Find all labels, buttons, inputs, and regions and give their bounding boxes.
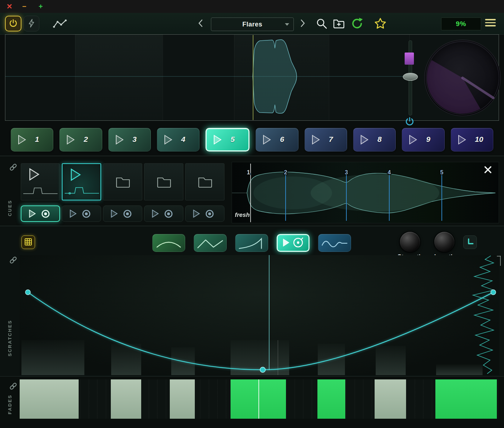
- cue-slot-1[interactable]: [21, 163, 60, 200]
- jog-wheel[interactable]: [424, 40, 501, 116]
- preset-dropdown[interactable]: Flares: [211, 18, 294, 31]
- favorite-button[interactable]: [374, 18, 387, 30]
- scroll-indicator[interactable]: [500, 256, 501, 266]
- automation-icon: [53, 18, 67, 30]
- cue-waveform-display[interactable]: 1 2 3 4 5 fresh: [232, 162, 499, 223]
- play-icon: [110, 209, 118, 218]
- cue-play-button-4[interactable]: [144, 205, 183, 222]
- automation-button[interactable]: [52, 18, 68, 30]
- scratch-shape-ramp[interactable]: [235, 234, 268, 252]
- pitch-slider-handle[interactable]: [403, 73, 418, 81]
- trigger-mode-button[interactable]: [24, 16, 39, 31]
- preset-next-button[interactable]: [298, 19, 307, 29]
- scratch-curve[interactable]: [28, 292, 493, 370]
- cue-slot-3-empty[interactable]: [103, 163, 142, 200]
- cpu-value: 9%: [456, 20, 466, 28]
- toolbar: Flares 9%: [0, 13, 504, 35]
- pad-2[interactable]: 2: [59, 128, 102, 151]
- preset-prev-button[interactable]: [196, 19, 205, 29]
- pad-number: 9: [426, 135, 430, 144]
- link-icon[interactable]: [9, 382, 18, 391]
- pad-number: 2: [84, 135, 88, 144]
- cue-slot-2-selected[interactable]: [62, 163, 101, 200]
- scratch-shape-active[interactable]: [277, 234, 310, 252]
- strength-knob[interactable]: [400, 232, 420, 252]
- pad-4[interactable]: 4: [157, 128, 199, 151]
- cue-play-button-2[interactable]: [62, 205, 101, 222]
- pad-number: 1: [35, 135, 39, 144]
- chevron-left-icon: [198, 19, 203, 29]
- cue-slot-4-empty[interactable]: [144, 163, 183, 200]
- motor-power-button[interactable]: [405, 116, 415, 126]
- play-icon: [29, 209, 36, 218]
- cue-play-button-1[interactable]: [21, 205, 60, 222]
- pad-9[interactable]: 9: [402, 128, 444, 151]
- scratch-editor-canvas[interactable]: [20, 255, 499, 375]
- save-preset-button[interactable]: [332, 18, 345, 30]
- scratch-shape-wave[interactable]: [318, 234, 351, 252]
- fades-lane[interactable]: [20, 379, 499, 419]
- curve-point[interactable]: [25, 290, 30, 295]
- cue-play-button-3[interactable]: [103, 205, 142, 222]
- link-icon[interactable]: [9, 163, 18, 172]
- curve-hill-icon: [154, 235, 184, 252]
- star-icon: [374, 17, 387, 31]
- fade-block-active[interactable]: [231, 379, 286, 419]
- scroll-indicator[interactable]: [497, 256, 500, 257]
- cue-play-button-5[interactable]: [185, 205, 224, 222]
- link-icon[interactable]: [9, 255, 18, 265]
- fade-block[interactable]: [111, 379, 141, 419]
- curve-point[interactable]: [260, 367, 266, 373]
- pad-7[interactable]: 7: [305, 128, 347, 151]
- scratches-label: SCRATCHES: [7, 320, 13, 356]
- window-close-icon[interactable]: ✕: [6, 2, 13, 11]
- curve-zigzag-icon: [195, 235, 225, 252]
- close-button[interactable]: [483, 165, 493, 175]
- window-minimize-icon[interactable]: −: [22, 2, 26, 11]
- menu-button[interactable]: [485, 19, 496, 28]
- cue-marker-number: 4: [388, 169, 391, 175]
- loop-end-button[interactable]: [463, 235, 477, 249]
- scratches-section: SCRATCHES Strength Length: [0, 226, 504, 376]
- window-zoom-icon[interactable]: +: [39, 2, 43, 11]
- pad-number: 7: [329, 135, 333, 144]
- fade-block[interactable]: [375, 379, 406, 419]
- fade-block[interactable]: [170, 379, 195, 419]
- preset-name: Flares: [242, 21, 262, 28]
- fade-block[interactable]: [317, 379, 345, 419]
- scratch-target-icon: [292, 237, 304, 249]
- grid-snap-button[interactable]: [21, 235, 35, 249]
- pad-number: 10: [475, 135, 483, 144]
- fade-block[interactable]: [20, 379, 79, 419]
- folder-add-icon: [333, 18, 345, 30]
- folder-icon: [156, 175, 172, 189]
- curve-ramp-icon: [237, 235, 267, 252]
- length-knob[interactable]: [434, 232, 454, 252]
- pad-1[interactable]: 1: [11, 128, 53, 151]
- pad-5-active[interactable]: 5: [206, 128, 249, 151]
- fade-playhead: [258, 379, 259, 419]
- cue-slot-5-empty[interactable]: [185, 163, 224, 200]
- pitch-range-marker: [405, 53, 414, 65]
- menu-icon: [485, 19, 496, 26]
- scratch-shape-hill[interactable]: [152, 234, 185, 252]
- plugin-window: ✕ − + Flares: [0, 0, 504, 428]
- scratch-play-icon: [282, 238, 290, 248]
- cue-record-icon: [81, 209, 91, 219]
- main-waveform-panel[interactable]: [5, 34, 499, 121]
- fade-block[interactable]: [435, 379, 497, 419]
- pad-number: 8: [377, 135, 382, 144]
- search-button[interactable]: [315, 18, 328, 30]
- jog-wedge: [427, 60, 480, 114]
- search-icon: [316, 18, 328, 31]
- pad-10[interactable]: 10: [451, 128, 493, 151]
- pad-3[interactable]: 3: [108, 128, 151, 151]
- curve-point[interactable]: [491, 290, 496, 295]
- pad-8[interactable]: 8: [353, 128, 396, 151]
- cues-label: CUES: [7, 200, 13, 216]
- pad-6[interactable]: 6: [256, 128, 298, 151]
- randomize-button[interactable]: [350, 17, 364, 31]
- power-button[interactable]: [5, 16, 21, 31]
- scratch-shape-zigzag[interactable]: [194, 234, 227, 252]
- close-icon: [483, 170, 493, 175]
